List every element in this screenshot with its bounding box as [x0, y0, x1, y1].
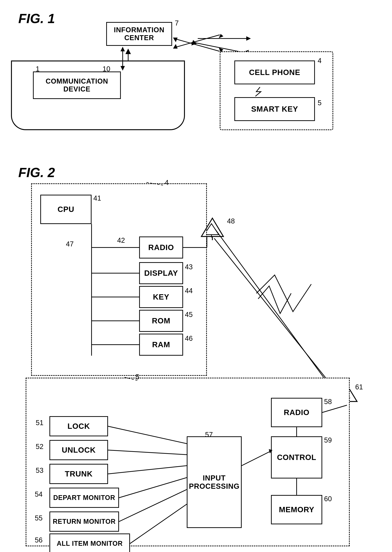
svg-marker-42 [120, 47, 125, 51]
svg-marker-7 [246, 36, 251, 41]
label-41: 41 [93, 194, 101, 202]
cpu-box: CPU [40, 195, 91, 224]
label-56: 56 [35, 536, 42, 544]
label-7: 7 [175, 19, 179, 27]
label-51: 51 [36, 419, 43, 427]
cell-phone-box: CELL PHONE [234, 60, 315, 84]
ram-box: RAM [139, 334, 183, 356]
label-59: 59 [324, 436, 332, 444]
label-52: 52 [36, 443, 43, 451]
radio-bottom-box: RADIO [271, 398, 322, 427]
label-58: 58 [324, 398, 332, 406]
label-5-fig2: 5 [135, 373, 139, 381]
control-box: CONTROL [271, 436, 322, 479]
label-4-fig1: 4 [318, 57, 322, 65]
depart-monitor-box: DEPART MONITOR [49, 488, 119, 508]
label-5-fig1: 5 [318, 99, 322, 107]
svg-line-52 [214, 238, 339, 394]
all-item-monitor-box: ALL ITEM MONITOR [49, 533, 130, 552]
label-53: 53 [36, 467, 43, 474]
info-center-box: INFORMATIONCENTER [106, 22, 172, 46]
svg-marker-50 [201, 218, 223, 237]
label-45: 45 [185, 311, 193, 319]
label-10: 10 [103, 65, 110, 73]
unlock-box: UNLOCK [49, 440, 108, 460]
label-60: 60 [324, 495, 332, 503]
display-box: DISPLAY [139, 262, 183, 284]
label-46: 46 [185, 334, 193, 342]
svg-line-44 [174, 38, 220, 51]
comm-device-box: COMMUNICATIONDEVICE [33, 72, 121, 99]
svg-marker-49 [173, 44, 178, 49]
label-47: 47 [66, 240, 74, 248]
label-57: 57 [205, 431, 213, 439]
fig1-label: FIG. 1 [18, 11, 55, 26]
input-processing-box: INPUTPROCESSING [187, 436, 242, 528]
label-42: 42 [117, 237, 125, 244]
label-43: 43 [185, 263, 193, 271]
label-48: 48 [227, 217, 235, 225]
radio-top-box: RADIO [139, 237, 183, 259]
key-box: KEY [139, 286, 183, 308]
lock-box: LOCK [49, 416, 108, 436]
svg-marker-43 [120, 66, 125, 71]
label-1: 1 [36, 65, 40, 73]
svg-marker-45 [173, 38, 178, 42]
smart-key-box: SMART KEY [234, 97, 315, 121]
trunk-box: TRUNK [49, 464, 108, 484]
memory-box: MEMORY [271, 495, 322, 524]
label-54: 54 [35, 490, 42, 498]
label-55: 55 [35, 514, 42, 522]
label-4-fig2: 4 [165, 179, 169, 187]
return-monitor-box: RETURN MONITOR [49, 511, 119, 532]
label-44: 44 [185, 287, 193, 295]
svg-line-47 [174, 35, 220, 48]
fig2-label: FIG. 2 [18, 165, 55, 180]
rom-box: ROM [139, 310, 183, 332]
